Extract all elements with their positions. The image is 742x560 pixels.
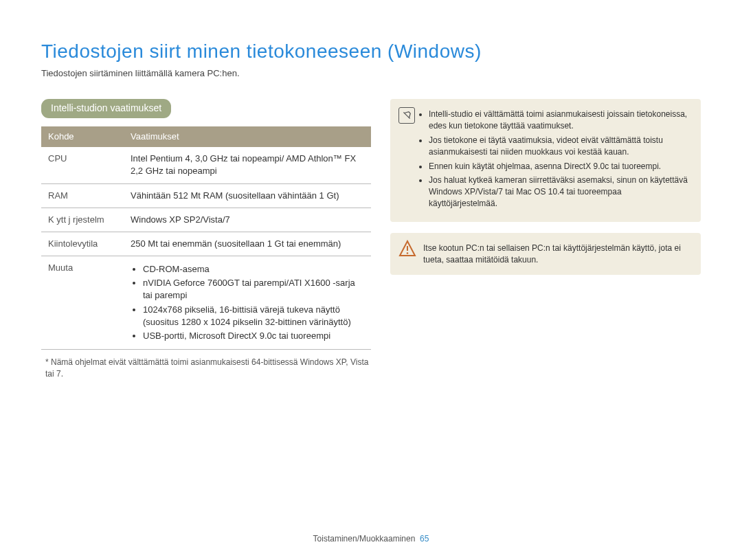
other-item: CD-ROM-asema (143, 263, 364, 276)
requirements-table: Kohde Vaatimukset CPU Intel Pentium 4, 3… (41, 126, 371, 350)
page-footer: Toistaminen/Muokkaaminen 65 (0, 533, 742, 545)
row-value: Windows XP SP2/Vista/7 (124, 208, 371, 232)
page-subtitle: Tiedostojen siirtäminen liittämällä kame… (41, 67, 701, 80)
left-column: Intelli-studion vaatimukset Kohde Vaatim… (41, 99, 371, 379)
two-column-layout: Intelli-studion vaatimukset Kohde Vaatim… (41, 99, 701, 379)
table-row: Kiintolevytila 250 Mt tai enemmän (suosi… (41, 232, 371, 256)
warning-text: Itse kootun PC:n tai sellaisen PC:n tai … (423, 243, 690, 266)
table-row: K ytt j rjestelm Windows XP SP2/Vista/7 (41, 208, 371, 232)
table-row: RAM Vähintään 512 Mt RAM (suositellaan v… (41, 183, 371, 208)
section-heading: Intelli-studion vaatimukset (41, 99, 171, 118)
warning-icon (398, 240, 416, 258)
row-value: Intel Pentium 4, 3,0 GHz tai nopeampi/ A… (124, 147, 371, 183)
note-icon (398, 107, 415, 124)
footer-page-number: 65 (420, 534, 429, 544)
other-item: nVIDIA Geforce 7600GT tai parempi/ATI X1… (143, 277, 364, 302)
row-key: CPU (41, 147, 124, 183)
right-column: Intelli-studio ei välttämättä toimi asia… (390, 99, 701, 379)
row-value: Vähintään 512 Mt RAM (suositellaan vähin… (124, 183, 371, 208)
row-key: RAM (41, 183, 124, 208)
row-key: Kiintolevytila (41, 232, 124, 256)
table-footnote: * Nämä ohjelmat eivät välttämättä toimi … (41, 357, 371, 380)
svg-point-3 (407, 252, 409, 254)
footer-section-label: Toistaminen/Muokkaaminen (313, 534, 416, 544)
note-item: Jos haluat kytkeä kameran siirrettäväksi… (429, 175, 690, 209)
table-header-key: Kohde (41, 126, 124, 147)
table-row-other: Muuta CD-ROM-asema nVIDIA Geforce 7600GT… (41, 256, 371, 350)
note-item: Intelli-studio ei välttämättä toimi asia… (429, 109, 690, 132)
page-title: Tiedostojen siirt minen tietokoneeseen (… (41, 38, 701, 65)
row-value-list: CD-ROM-asema nVIDIA Geforce 7600GT tai p… (124, 256, 371, 350)
warning-box: Itse kootun PC:n tai sellaisen PC:n tai … (390, 233, 701, 276)
other-item: USB-portti, Microsoft DirectX 9.0c tai t… (143, 330, 364, 342)
row-key: Muuta (41, 256, 124, 350)
table-row: CPU Intel Pentium 4, 3,0 GHz tai nopeamp… (41, 147, 371, 183)
row-key: K ytt j rjestelm (41, 208, 124, 232)
other-item: 1024x768 pikseliä, 16-bittisiä värejä tu… (143, 304, 364, 328)
note-item: Ennen kuin käytät ohjelmaa, asenna Direc… (429, 161, 690, 172)
table-header-value: Vaatimukset (124, 126, 371, 147)
note-item: Jos tietokone ei täytä vaatimuksia, vide… (429, 135, 690, 158)
note-box: Intelli-studio ei välttämättä toimi asia… (390, 99, 701, 221)
row-value: 250 Mt tai enemmän (suositellaan 1 Gt ta… (124, 232, 371, 256)
